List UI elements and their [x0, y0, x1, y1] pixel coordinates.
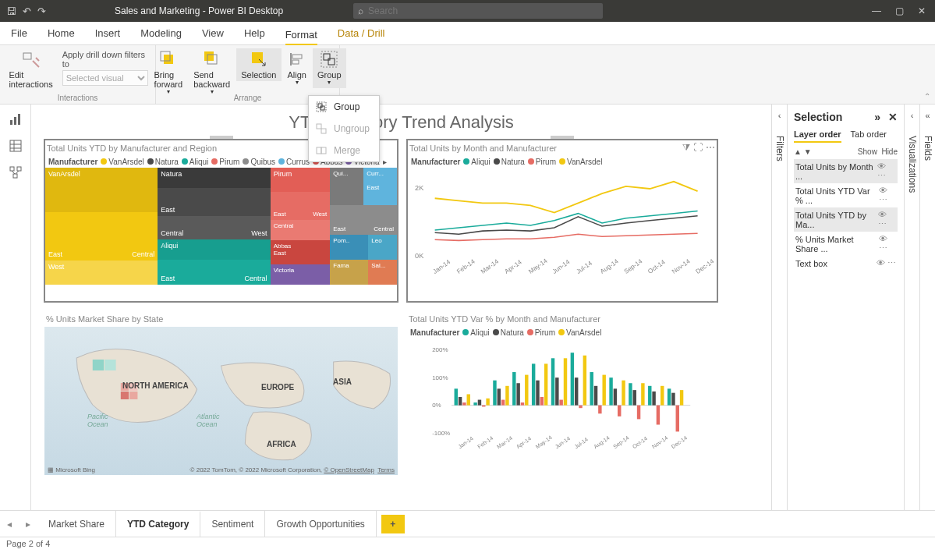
close-icon[interactable]: ✕ [918, 5, 926, 16]
selection-button[interactable]: Selection [236, 48, 281, 81]
svg-text:Sep-14: Sep-14 [623, 257, 644, 275]
svg-text:Apr-14: Apr-14 [504, 258, 524, 275]
page-tab-market-share[interactable]: Market Share [37, 511, 116, 537]
expand-icon[interactable]: ‹ [911, 111, 914, 120]
ribbon-collapse-icon[interactable]: ⌃ [924, 92, 930, 101]
model-view-icon[interactable] [9, 165, 23, 179]
svg-text:0%: 0% [432, 402, 441, 409]
align-button[interactable]: Align▾ [283, 48, 311, 88]
bing-logo: ▦ Microsoft Bing [48, 466, 95, 473]
menu-data-drill[interactable]: Data / Drill [338, 24, 385, 42]
page-tab-ytd-category[interactable]: YTD Category [116, 511, 200, 537]
app-title: Sales and Marketing - Power BI Desktop [115, 5, 283, 16]
menu-file[interactable]: File [11, 24, 27, 42]
svg-rect-78 [540, 397, 544, 406]
pane-close-icon[interactable]: ✕ [888, 111, 898, 123]
svg-rect-47 [121, 392, 129, 399]
fields-rail[interactable]: « Fields [919, 105, 935, 510]
viz-barchart[interactable]: Total Units YTD Var % by Month and Manuf… [406, 310, 718, 482]
svg-rect-28 [13, 174, 17, 178]
move-down-icon[interactable]: ▼ [804, 147, 812, 156]
menu-format[interactable]: Format [285, 26, 317, 46]
selection-item[interactable]: Text box👁 ⋯ [794, 256, 898, 271]
page-prev-icon[interactable]: ◂ [0, 519, 19, 530]
move-up-icon[interactable]: ▲ [794, 147, 802, 156]
svg-rect-8 [292, 60, 299, 64]
save-icon[interactable]: 🖫 [6, 5, 16, 17]
selection-item[interactable]: Total Units YTD by Ma...👁 ⋯ [794, 207, 898, 232]
undo-icon[interactable]: ↶ [23, 5, 31, 17]
drill-filter-select[interactable]: Selected visual [62, 70, 148, 86]
report-canvas[interactable]: YTD Category Trend Analysis Total Units … [31, 105, 771, 510]
svg-rect-109 [661, 386, 664, 406]
focus-icon[interactable]: ⛶ [693, 142, 703, 153]
svg-text:Feb-14: Feb-14 [476, 435, 494, 450]
add-page-button[interactable]: + [381, 515, 405, 533]
page-tab-growth[interactable]: Growth Opportunities [265, 511, 376, 537]
selection-item[interactable]: Total Units YTD Var % ...👁 ⋯ [794, 183, 898, 207]
expand-icon[interactable]: « [925, 111, 930, 120]
search-input[interactable] [368, 5, 598, 16]
menu-view[interactable]: View [202, 24, 224, 42]
group-icon [320, 50, 338, 69]
bring-forward-button[interactable]: Bring forward▾ [149, 48, 187, 97]
svg-rect-91 [590, 372, 593, 406]
filters-rail[interactable]: ‹ Filters [771, 105, 787, 510]
svg-rect-93 [598, 406, 601, 414]
page-tab-sentiment[interactable]: Sentiment [200, 511, 265, 537]
svg-rect-7 [292, 55, 302, 58]
svg-rect-89 [583, 356, 586, 406]
group-button[interactable]: Group▾ [313, 48, 346, 88]
svg-rect-71 [512, 372, 515, 406]
visualizations-rail[interactable]: ‹ Visualizations [904, 105, 919, 510]
svg-text:100%: 100% [432, 374, 448, 381]
data-view-icon[interactable] [9, 139, 23, 153]
svg-text:Dec-14: Dec-14 [671, 434, 689, 450]
minimize-icon[interactable]: ― [872, 5, 881, 16]
maximize-icon[interactable]: ▢ [895, 5, 904, 16]
svg-rect-84 [564, 358, 567, 405]
selection-item[interactable]: % Units Market Share ...👁 ⋯ [794, 232, 898, 256]
drag-handle[interactable] [210, 136, 233, 139]
filter-icon[interactable]: ⧩ [682, 142, 690, 153]
svg-rect-61 [473, 402, 476, 406]
map-body[interactable]: NORTH AMERICA EUROPE ASIA AFRICA Pacific… [44, 327, 398, 475]
viz-linechart[interactable]: ⧩ ⛶ ⋯ Total Units by Month and Manufactu… [406, 139, 718, 303]
svg-rect-114 [680, 390, 683, 406]
svg-rect-94 [602, 375, 605, 406]
svg-rect-0 [23, 53, 31, 59]
tab-tab-order[interactable]: Tab order [851, 129, 887, 143]
expand-icon[interactable]: ‹ [778, 111, 781, 120]
treemap-body[interactable]: VanArsdel EastCentral West Natura East C… [45, 168, 397, 285]
send-backward-button[interactable]: Send backward▾ [189, 48, 235, 97]
dropdown-group[interactable]: Group [309, 96, 379, 118]
svg-rect-16 [321, 129, 326, 133]
svg-line-29 [12, 171, 15, 174]
menu-insert[interactable]: Insert [95, 24, 121, 42]
tab-layer-order[interactable]: Layer order [794, 129, 841, 143]
svg-text:Jul-14: Jul-14 [573, 437, 589, 451]
menu-modeling[interactable]: Modeling [140, 24, 182, 42]
search-box[interactable]: ⌕ [353, 3, 603, 19]
svg-text:Apr-14: Apr-14 [515, 435, 533, 450]
report-view-icon[interactable] [9, 112, 23, 126]
menu-help[interactable]: Help [244, 24, 265, 42]
viz-treemap[interactable]: Total Units YTD by Manufacturer and Regi… [44, 139, 398, 303]
visibility-icon: 👁 [879, 234, 887, 243]
redo-icon[interactable]: ↷ [37, 5, 46, 17]
edit-interactions-button[interactable]: Edit interactions [4, 48, 57, 90]
more-icon[interactable]: ⋯ [706, 142, 715, 153]
drag-handle[interactable] [551, 136, 574, 139]
svg-rect-72 [516, 383, 519, 405]
group-dropdown: Group Ungroup Merge [308, 95, 380, 162]
viz-map[interactable]: % Units Market Share by State NORTH AMER… [44, 310, 398, 482]
view-rail [0, 105, 31, 510]
pane-expand-icon[interactable]: » [874, 111, 880, 123]
visibility-icon: 👁 [878, 210, 887, 219]
selection-item[interactable]: Total Units by Month ...👁 ⋯ [794, 159, 898, 183]
svg-rect-111 [668, 388, 671, 405]
menu-home[interactable]: Home [48, 24, 75, 42]
legend-next-icon[interactable]: ▸ [383, 158, 387, 166]
page-next-icon[interactable]: ▸ [19, 519, 37, 530]
svg-rect-58 [462, 402, 466, 406]
